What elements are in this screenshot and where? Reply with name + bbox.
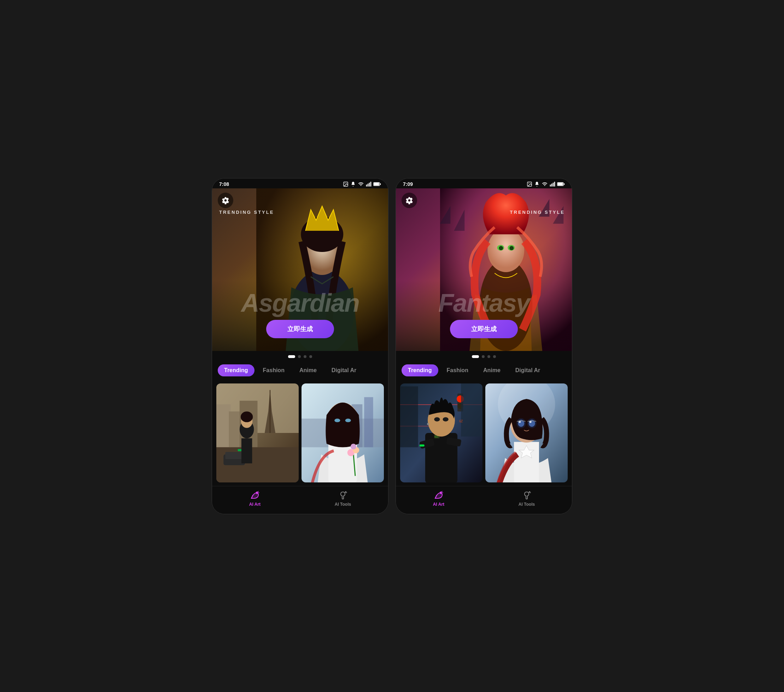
svg-text:GZ: GZ <box>459 419 463 423</box>
svg-rect-45 <box>552 183 552 186</box>
nav-ai-art-right[interactable]: AI Art <box>422 491 455 507</box>
ai-art-label-right: AI Art <box>433 502 444 507</box>
svg-point-34 <box>345 418 351 422</box>
svg-rect-46 <box>553 183 554 186</box>
content-grid-left <box>212 380 388 486</box>
svg-rect-44 <box>550 185 551 186</box>
signal-icon <box>366 181 372 187</box>
gear-icon-left <box>222 196 229 204</box>
card-paris-left[interactable] <box>216 384 299 483</box>
nav-ai-art-left[interactable]: AI Art <box>239 491 271 507</box>
ai-art-icon-right <box>434 491 444 501</box>
hero-section-left: TRENDING STYLE Asgardian 立即生成 <box>212 188 388 351</box>
svg-point-90 <box>436 495 437 496</box>
svg-point-57 <box>499 246 503 250</box>
svg-point-33 <box>334 418 340 422</box>
nav-ai-tools-left[interactable]: AI Tools <box>324 491 362 507</box>
tab-fashion-right[interactable]: Fashion <box>440 364 475 376</box>
battery-icon <box>373 182 381 186</box>
nav-ai-tools-right[interactable]: AI Tools <box>508 491 545 507</box>
ai-tools-label-right: AI Tools <box>519 502 535 507</box>
time-left: 7:08 <box>219 181 229 187</box>
dot-1-right[interactable] <box>472 355 479 358</box>
tab-fashion-left[interactable]: Fashion <box>257 364 291 376</box>
card-anime-right[interactable] <box>485 384 568 483</box>
ai-art-label-left: AI Art <box>249 502 260 507</box>
dots-indicator-left <box>212 351 388 361</box>
status-icons-left <box>343 181 381 187</box>
wifi-icon-right <box>542 181 548 187</box>
svg-rect-23 <box>241 438 252 463</box>
trending-label-left: TRENDING STYLE <box>219 209 274 215</box>
tab-digital-art-left[interactable]: Digital Ar <box>325 364 363 376</box>
svg-point-40 <box>252 495 253 496</box>
phone-right: 7:09 <box>395 178 572 514</box>
svg-rect-47 <box>554 182 555 186</box>
svg-rect-21 <box>225 451 243 459</box>
ai-tools-label-left: AI Tools <box>335 502 351 507</box>
svg-rect-5 <box>371 182 372 186</box>
tab-trending-right[interactable]: Trending <box>402 364 438 376</box>
status-icons-right <box>527 181 565 187</box>
tab-trending-left[interactable]: Trending <box>218 364 255 376</box>
image-icon <box>343 181 349 187</box>
notification-icon-right <box>534 181 540 187</box>
status-bar-right: 7:09 <box>396 178 572 188</box>
hero-section-right: TRENDING STYLE Fantasy 立即生成 <box>396 188 572 351</box>
svg-rect-26 <box>238 449 241 451</box>
bottom-nav-left: AI Art AI Tools <box>212 486 388 514</box>
notification-icon <box>350 181 356 187</box>
dot-3-right[interactable] <box>488 355 490 358</box>
time-right: 7:09 <box>403 181 413 187</box>
svg-rect-7 <box>374 183 379 186</box>
dot-4-left[interactable] <box>309 355 312 358</box>
svg-rect-8 <box>380 183 381 185</box>
dot-1-left[interactable] <box>288 355 295 358</box>
svg-rect-2 <box>366 185 367 186</box>
hero-title-right: Fantasy <box>396 290 572 316</box>
svg-point-75 <box>443 417 448 421</box>
dot-2-right[interactable] <box>482 355 484 358</box>
dot-3-left[interactable] <box>304 355 306 358</box>
woman-scene <box>301 384 384 483</box>
anime-scene <box>485 384 568 483</box>
card-cyber-right[interactable]: GZ GZ <box>400 384 483 483</box>
settings-button-left[interactable] <box>218 193 233 208</box>
ai-tools-icon-right <box>522 491 532 501</box>
svg-rect-49 <box>558 183 563 186</box>
card-woman-left[interactable] <box>301 384 384 483</box>
phone-left: 7:08 <box>212 178 389 514</box>
bottom-nav-right: AI Art AI Tools <box>396 486 572 514</box>
svg-point-1 <box>345 183 345 183</box>
status-bar-left: 7:08 <box>212 178 388 188</box>
svg-point-74 <box>434 417 440 421</box>
dot-2-left[interactable] <box>298 355 301 358</box>
tab-anime-right[interactable]: Anime <box>477 364 507 376</box>
svg-rect-4 <box>369 183 370 186</box>
svg-point-76 <box>427 423 429 425</box>
svg-rect-50 <box>564 183 565 185</box>
dot-4-right[interactable] <box>493 355 496 358</box>
dots-indicator-right <box>396 351 572 361</box>
phones-container: 7:08 <box>205 171 579 521</box>
ai-tools-icon-left <box>338 491 348 501</box>
svg-rect-65 <box>461 384 483 437</box>
svg-point-53 <box>488 228 524 272</box>
cyberpunk-scene: GZ GZ <box>400 384 483 483</box>
svg-rect-30 <box>364 397 373 447</box>
image-icon-right <box>527 181 532 187</box>
svg-point-38 <box>351 443 356 449</box>
tab-digital-art-right[interactable]: Digital Ar <box>509 364 547 376</box>
svg-point-43 <box>529 183 529 183</box>
category-tabs-left: Trending Fashion Anime Digital Ar <box>212 361 388 380</box>
signal-icon-right <box>550 181 555 187</box>
svg-rect-16 <box>229 411 241 447</box>
paris-scene <box>216 384 299 483</box>
svg-rect-66 <box>400 386 418 447</box>
tab-anime-left[interactable]: Anime <box>293 364 323 376</box>
generate-button-right[interactable]: 立即生成 <box>450 320 518 338</box>
svg-point-25 <box>241 411 253 422</box>
svg-rect-77 <box>420 444 425 447</box>
generate-button-left[interactable]: 立即生成 <box>266 320 334 338</box>
settings-button-right[interactable] <box>402 193 417 208</box>
